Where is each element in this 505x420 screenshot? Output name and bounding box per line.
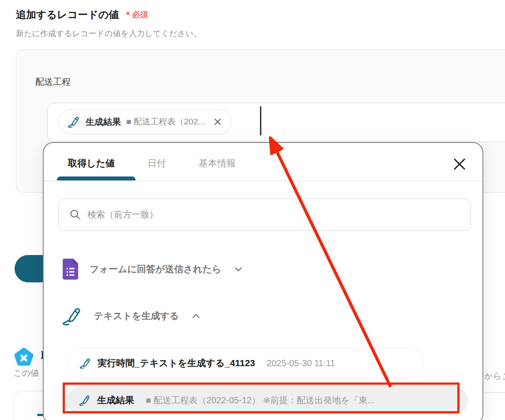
chevron-up-icon [190, 310, 202, 322]
chip-name: 生成結果 [86, 116, 121, 128]
chip-close-icon[interactable] [213, 117, 222, 127]
chevron-down-icon [233, 263, 244, 275]
list-item-meta: 2025-05-30 11:11 [267, 358, 335, 368]
pencil-icon [79, 357, 91, 369]
search-input[interactable] [87, 210, 460, 220]
search-icon [69, 209, 81, 221]
required-badge: ＊必須 [124, 10, 148, 19]
tabs-row: 取得した値 日付 基本情報 [68, 157, 236, 169]
group-generate-text[interactable]: テキストを生成する [61, 305, 202, 326]
tab-obtained-values[interactable]: 取得した値 [68, 157, 115, 169]
group-generate-text-label: テキストを生成する [94, 310, 179, 322]
search-box [58, 199, 471, 231]
list-item-execution-time[interactable]: 実行時間_テキストを生成する_41123 2025-05-30 11:11 [67, 348, 424, 379]
pencil-icon [79, 394, 91, 406]
page-title-text: 追加するレコードの値 [16, 9, 119, 20]
background-right-text: からこ [484, 371, 505, 382]
modal-close-icon[interactable] [452, 157, 467, 171]
google-forms-icon [63, 259, 78, 280]
chip-detail: ■ 配送工程表（202... [126, 116, 205, 128]
page-title: 追加するレコードの値＊必須 [16, 8, 148, 22]
pencil-icon [61, 305, 83, 326]
background-left-text: この値 [13, 368, 39, 379]
group-form-trigger-label: フォームに回答が送信されたら [90, 263, 221, 275]
pencil-icon [67, 115, 80, 128]
obtained-values-pentagon-icon [14, 347, 34, 367]
list-item-name: 生成結果 [97, 394, 134, 406]
value-chip[interactable]: 生成結果 ■ 配送工程表（202... [59, 109, 232, 134]
screen: 追加するレコードの値＊必須 新たに作成するレコードの値を入力してください。 配送… [0, 0, 505, 420]
field-label: 配送工程 [35, 76, 71, 88]
text-caret [260, 106, 261, 135]
list-item-meta: ■ 配送工程表（2022-05-12） ※前提：配送出発地を「東... [146, 394, 375, 406]
page-subtitle: 新たに作成するレコードの値を入力してください。 [16, 28, 201, 39]
group-form-trigger[interactable]: フォームに回答が送信されたら [63, 259, 244, 280]
list-item-generated-result[interactable]: 生成結果 ■ 配送工程表（2022-05-12） ※前提：配送出発地を「東... [67, 386, 468, 415]
tab-date[interactable]: 日付 [147, 157, 166, 169]
tab-basic-info[interactable]: 基本情報 [199, 157, 236, 169]
background-right-divider [484, 392, 505, 393]
value-picker-modal: 取得した値 日付 基本情報 フォームに回答が送信されたら [43, 142, 483, 420]
list-item-name: 実行時間_テキストを生成する_41123 [98, 357, 255, 369]
tabs-divider [44, 180, 482, 181]
